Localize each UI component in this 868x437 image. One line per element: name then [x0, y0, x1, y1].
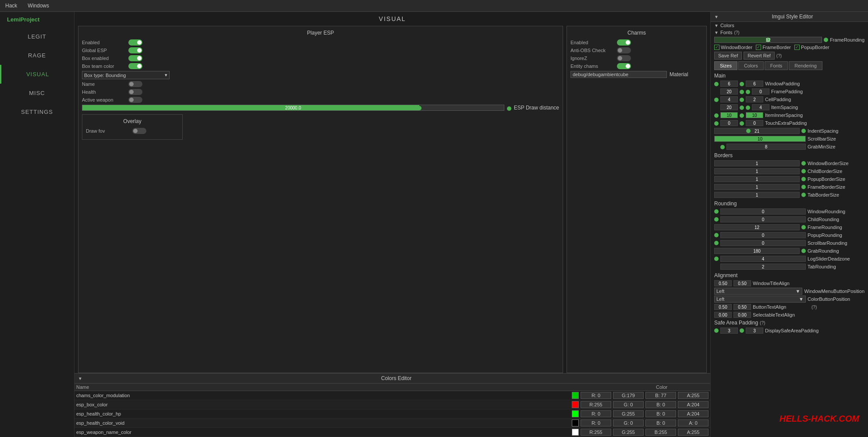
color-btn-4[interactable]	[572, 429, 579, 436]
lsd-slider[interactable]: 4	[720, 256, 806, 262]
draw-fov-toggle[interactable]	[132, 128, 146, 134]
imgui-triangle[interactable]: ▼	[714, 14, 719, 19]
cp-slider2[interactable]: 2	[746, 96, 763, 102]
bta-slider1[interactable]: 0.50	[714, 304, 732, 310]
wbs-slider[interactable]: 1	[714, 160, 800, 166]
indent-slider[interactable]: 21	[714, 128, 800, 134]
bta-question[interactable]: (?)	[811, 305, 817, 310]
r-val-1[interactable]: R:255	[581, 401, 611, 408]
a-val-3[interactable]: A: 0	[678, 419, 709, 426]
frame-border-checkbox[interactable]	[756, 45, 761, 50]
b-val-0[interactable]: B: 77	[645, 392, 676, 399]
sidebar-item-misc[interactable]: MISC	[0, 84, 74, 102]
cbp-dropdown[interactable]: Left ▼	[714, 296, 806, 303]
tep-slider1[interactable]: 0	[720, 120, 738, 126]
r-val-0[interactable]: R: 0	[581, 392, 611, 399]
box-team-color-toggle[interactable]	[128, 63, 142, 69]
frame-border-check[interactable]: FrameBorder	[756, 45, 791, 50]
save-ref-button[interactable]: Save Ref	[714, 52, 742, 60]
wp-slider1[interactable]: 6	[720, 81, 738, 87]
box-enabled-toggle[interactable]	[128, 55, 142, 61]
gr-slider[interactable]: 180	[714, 248, 800, 254]
sr-slider[interactable]: 0	[720, 240, 806, 246]
a-val-1[interactable]: A:204	[678, 401, 709, 408]
menu-item-hack[interactable]: Hack	[4, 2, 19, 10]
right-panel-scroll[interactable]: Main 6 6 WindowPadding 20	[711, 71, 868, 437]
color-btn-2[interactable]	[572, 410, 579, 417]
menu-item-windows[interactable]: Windows	[26, 2, 51, 10]
g-val-0[interactable]: G:179	[613, 392, 644, 399]
global-esp-toggle[interactable]	[128, 47, 142, 53]
color-btn-1[interactable]	[572, 401, 579, 408]
bta-slider2[interactable]: 0.50	[733, 304, 751, 310]
color-btn-3[interactable]	[572, 419, 579, 426]
frame-rounding-slider[interactable]: 12	[714, 37, 822, 43]
wr-slider[interactable]: 0	[720, 208, 806, 215]
dsap-slider2[interactable]: 3	[746, 328, 763, 334]
sidebar-item-rage[interactable]: RAGE	[0, 46, 74, 65]
sb-slider[interactable]: 10	[714, 136, 806, 142]
dsap-slider1[interactable]: 3	[720, 328, 738, 334]
revert-ref-button[interactable]: Revert Ref	[744, 52, 775, 60]
wta-slider2[interactable]: 0.50	[733, 280, 751, 286]
name-toggle[interactable]	[128, 81, 142, 87]
cbs-slider[interactable]: 1	[714, 168, 800, 174]
active-weapon-toggle[interactable]	[128, 97, 142, 103]
g-val-3[interactable]: G: 0	[613, 419, 644, 426]
material-input[interactable]: debug/debugambientcube	[570, 71, 667, 78]
a-val-0[interactable]: A:255	[678, 392, 709, 399]
popup-border-checkbox[interactable]	[794, 45, 800, 50]
r-val-4[interactable]: R:255	[581, 429, 611, 436]
safe-area-question[interactable]: (?)	[760, 321, 765, 325]
pr-slider[interactable]: 0	[720, 232, 806, 238]
cp-slider1[interactable]: 4	[720, 96, 738, 102]
tbs-slider[interactable]: 1	[714, 192, 800, 198]
fp-slider1[interactable]: 20	[720, 88, 738, 95]
health-toggle[interactable]	[128, 89, 142, 95]
a-val-2[interactable]: A:204	[678, 410, 709, 417]
iis-slider2[interactable]: 10	[746, 112, 763, 118]
wta-slider1[interactable]: 0.50	[714, 280, 732, 286]
window-border-checkbox[interactable]	[714, 45, 719, 50]
r-val-3[interactable]: R: 0	[581, 419, 611, 426]
b-val-1[interactable]: B: 0	[645, 401, 676, 408]
sidebar-item-settings[interactable]: SETTINGS	[0, 102, 74, 121]
window-border-check[interactable]: WindowBorder	[714, 45, 752, 50]
anti-obs-toggle[interactable]	[617, 47, 631, 53]
gms-slider[interactable]: 8	[726, 144, 806, 150]
tab-fonts[interactable]: Fonts	[765, 61, 788, 70]
colors-editor-triangle[interactable]: ▼	[78, 376, 82, 381]
a-val-4[interactable]: A:255	[678, 429, 709, 436]
tep-slider2[interactable]: 0	[746, 120, 763, 126]
b-val-3[interactable]: B: 0	[645, 419, 676, 426]
g-val-1[interactable]: G: 0	[613, 401, 644, 408]
enabled-toggle[interactable]	[128, 39, 142, 46]
color-btn-0[interactable]	[572, 392, 579, 399]
tr-slider[interactable]: 2	[720, 264, 806, 270]
tab-sizes[interactable]: Sizes	[714, 61, 737, 70]
r-val-2[interactable]: R: 0	[581, 410, 611, 417]
g-val-4[interactable]: G:255	[613, 429, 644, 436]
tab-colors[interactable]: Colors	[738, 61, 764, 70]
sta-slider2[interactable]: 0.00	[733, 312, 751, 318]
wmbp-dropdown[interactable]: Left ▼	[714, 288, 802, 295]
box-type-dropdown[interactable]: Box type: Bounding ▾	[82, 71, 170, 79]
pbs-slider[interactable]: 1	[714, 176, 800, 182]
entity-chams-toggle[interactable]	[617, 63, 631, 69]
fp-slider2[interactable]: 0	[752, 88, 769, 95]
ignore-z-toggle[interactable]	[617, 55, 631, 61]
iis-slider1[interactable]: 10	[720, 112, 738, 118]
is-slider2[interactable]: 4	[752, 104, 769, 110]
sta-slider1[interactable]: 0.00	[714, 312, 732, 318]
charms-enabled-toggle[interactable]	[617, 39, 631, 46]
save-revert-question[interactable]: (?)	[776, 53, 782, 58]
sidebar-item-visual[interactable]: VISUAL	[0, 65, 74, 84]
sidebar-item-legit[interactable]: LEGIT	[0, 27, 74, 46]
cr-slider[interactable]: 0	[720, 216, 806, 222]
fr2-slider[interactable]: 12	[714, 224, 800, 230]
esp-draw-distance-slider[interactable]: 20000.0	[82, 105, 504, 111]
is-slider1[interactable]: 20	[720, 104, 738, 110]
b-val-4[interactable]: B:255	[645, 429, 676, 436]
b-val-2[interactable]: B: 0	[645, 410, 676, 417]
fonts-question[interactable]: (?)	[734, 30, 739, 35]
